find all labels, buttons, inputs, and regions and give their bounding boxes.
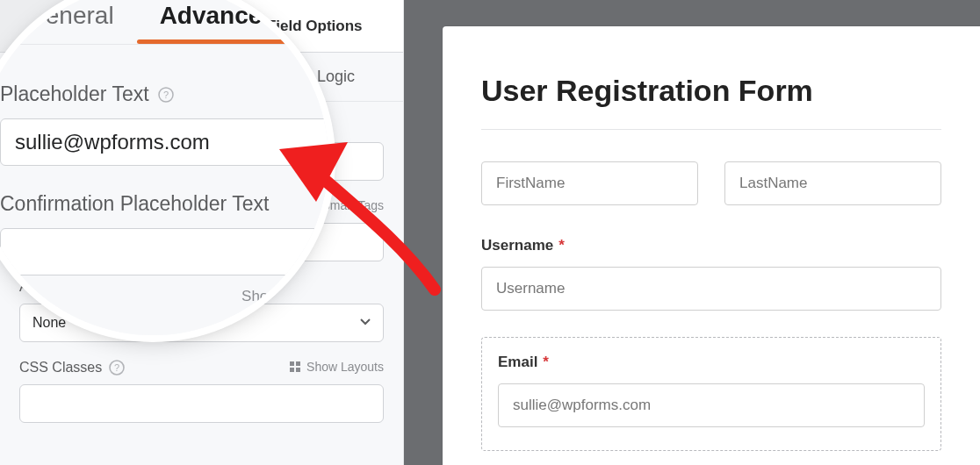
- css-classes-label: CSS Classes: [19, 360, 102, 376]
- css-classes-input[interactable]: [19, 384, 384, 423]
- username-label: Username: [481, 237, 553, 254]
- svg-rect-24: [296, 368, 300, 372]
- form-preview: User Registration Form Username * Email …: [443, 26, 980, 465]
- grid-icon: [289, 361, 301, 373]
- divider: [481, 129, 941, 130]
- required-asterisk: *: [558, 237, 565, 254]
- last-name-input[interactable]: [724, 161, 941, 205]
- help-icon[interactable]: ?: [109, 360, 125, 376]
- svg-rect-21: [290, 361, 294, 366]
- username-input[interactable]: [481, 267, 941, 311]
- username-field: Username *: [481, 237, 941, 311]
- email-field-selected[interactable]: Email *: [481, 337, 941, 451]
- zoom-placeholder-label: Placeholder Text: [0, 82, 149, 106]
- tab-field-options-label: Field Options: [267, 18, 363, 35]
- zoom-placeholder-input: [0, 118, 328, 166]
- show-layouts-link[interactable]: Show Layouts: [289, 360, 384, 374]
- setting-css-classes: CSS Classes ? Show Layouts: [19, 360, 384, 423]
- zoom-confirmation-input: [0, 228, 328, 275]
- form-title: User Registration Form: [481, 74, 941, 108]
- email-input[interactable]: [498, 383, 925, 427]
- zoom-sub-tab-logic: Logic: [0, 46, 328, 67]
- svg-rect-22: [296, 361, 300, 366]
- first-name-input[interactable]: [481, 161, 698, 205]
- svg-text:?: ?: [114, 362, 119, 373]
- help-icon: ?: [158, 87, 174, 103]
- svg-text:?: ?: [163, 89, 169, 100]
- zoom-confirmation-label: Confirmation Placeholder Text: [0, 192, 269, 216]
- required-asterisk: *: [543, 354, 549, 371]
- name-field-row: [481, 161, 941, 205]
- email-label: Email: [498, 354, 537, 371]
- svg-rect-23: [290, 368, 294, 372]
